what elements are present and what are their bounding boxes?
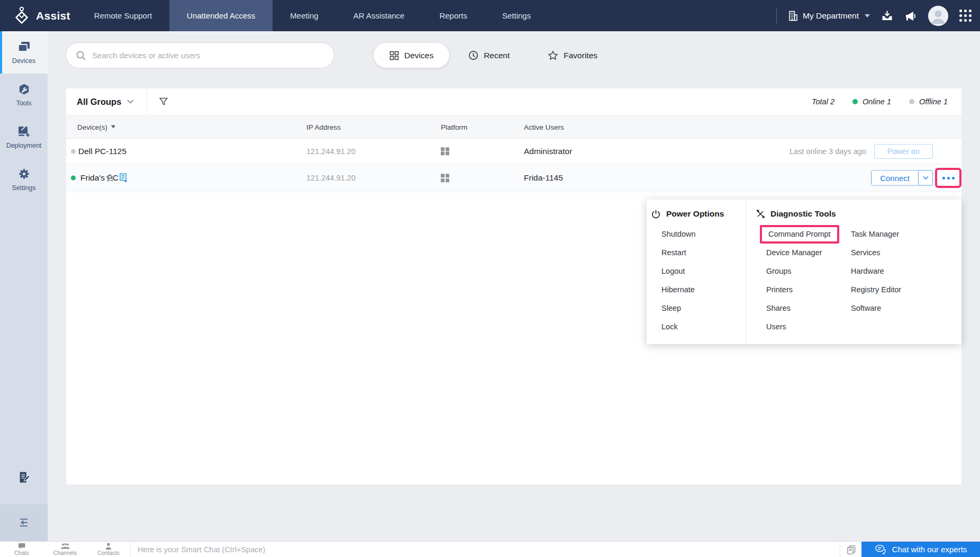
sidebar-item-devices[interactable]: Devices — [0, 31, 48, 74]
online-count: Online 1 — [852, 97, 891, 106]
menu-item-groups[interactable]: Groups — [756, 262, 840, 281]
download-button[interactable] — [881, 10, 893, 22]
menu-item-printers[interactable]: Printers — [756, 281, 840, 299]
contacts-icon — [105, 543, 112, 550]
expert-chat-label: Chat with our experts — [892, 545, 967, 554]
chat-history-button[interactable] — [840, 544, 861, 555]
nav-divider — [776, 8, 777, 24]
top-nav: Assist Remote Support Unattended Access … — [0, 0, 980, 31]
contacts-tab[interactable]: Contacts — [87, 542, 130, 557]
windows-icon — [441, 147, 449, 156]
total-count: Total 2 — [812, 97, 834, 106]
filter-funnel-icon — [159, 97, 168, 106]
device-name[interactable]: Dell PC-1125 — [78, 147, 126, 156]
apps-grid-icon[interactable] — [959, 10, 972, 22]
channels-icon — [60, 543, 70, 550]
connect-button[interactable]: Connect — [872, 171, 918, 185]
menu-item-services[interactable]: Services — [840, 244, 901, 262]
menu-item-hibernate[interactable]: Hibernate — [651, 281, 746, 299]
search-input[interactable] — [92, 51, 324, 60]
connect-button-group: Connect — [871, 170, 933, 186]
device-search — [66, 42, 334, 68]
menu-item-shutdown[interactable]: Shutdown — [651, 225, 746, 244]
notes-edit-icon — [17, 471, 31, 484]
menu-item-software[interactable]: Software — [840, 299, 901, 318]
view-recent[interactable]: Recent — [449, 43, 529, 68]
filter-button[interactable] — [147, 97, 168, 106]
menu-item-task-manager[interactable]: Task Manager — [840, 225, 901, 244]
announcements-button[interactable] — [904, 10, 917, 22]
favorite-star-icon[interactable] — [105, 173, 115, 183]
device-stats: Total 2 Online 1 Offline 1 — [812, 97, 961, 106]
smart-chat-input[interactable] — [131, 542, 840, 557]
menu-item-device-manager[interactable]: Device Manager — [756, 244, 840, 262]
tab-remote-support[interactable]: Remote Support — [77, 0, 169, 31]
chats-label: Chats — [14, 550, 29, 556]
sidebar-item-tools[interactable]: Tools — [0, 74, 48, 116]
department-label: My Department — [803, 11, 859, 21]
table-row[interactable]: Dell PC-1125 121.244.91.20 Administrator… — [66, 139, 961, 164]
organization-icon — [788, 11, 798, 21]
chevron-down-icon — [923, 176, 929, 180]
menu-item-restart[interactable]: Restart — [651, 244, 746, 262]
menu-item-users[interactable]: Users — [756, 318, 840, 336]
chat-with-experts-button[interactable]: Chat with our experts — [861, 542, 980, 557]
power-options-list: Shutdown Restart Logout Hibernate Sleep … — [651, 225, 746, 336]
connect-dropdown-button[interactable] — [918, 171, 932, 185]
menu-item-command-prompt[interactable]: Command Prompt — [756, 225, 840, 244]
device-actions-menu: Power Options Shutdown Restart Logout Hi… — [647, 200, 961, 344]
tab-settings[interactable]: Settings — [485, 0, 548, 31]
channels-tab[interactable]: Channels — [43, 542, 87, 557]
chevron-down-icon — [865, 14, 870, 17]
windows-icon — [441, 174, 449, 182]
chats-icon — [18, 543, 26, 550]
menu-item-shares[interactable]: Shares — [756, 299, 840, 318]
deployment-icon — [17, 125, 31, 138]
power-options-header: Power Options — [651, 207, 746, 221]
menu-item-hardware[interactable]: Hardware — [840, 262, 901, 281]
sidebar: Devices Tools Deployment — [0, 31, 48, 541]
tab-reports[interactable]: Reports — [422, 0, 485, 31]
sidebar-item-label: Deployment — [6, 142, 42, 149]
power-on-button[interactable]: Power on — [874, 144, 933, 159]
header-devices[interactable]: Device(s) — [77, 123, 115, 131]
assist-app: Assist Remote Support Unattended Access … — [0, 0, 980, 557]
diagnostic-column-2: Task Manager Services Hardware Registry … — [840, 225, 901, 336]
offline-dot — [909, 99, 914, 104]
view-favorites[interactable]: Favorites — [529, 43, 616, 68]
view-label: Favorites — [564, 51, 597, 60]
brand[interactable]: Assist — [0, 6, 77, 25]
menu-item-lock[interactable]: Lock — [651, 318, 746, 336]
tools-icon — [17, 83, 31, 96]
header-platform: Platform — [441, 123, 467, 131]
devices-icon — [17, 40, 31, 53]
diagnostic-tools-header: Diagnostic Tools — [756, 207, 961, 221]
sidebar-item-label: Tools — [16, 100, 31, 107]
copy-notes-icon — [846, 544, 856, 555]
sidebar-item-settings[interactable]: Settings — [0, 158, 48, 201]
menu-item-sleep[interactable]: Sleep — [651, 299, 746, 318]
power-options-section: Power Options Shutdown Restart Logout Hi… — [647, 200, 746, 344]
brand-name: Assist — [36, 10, 70, 22]
group-selector[interactable]: All Groups — [66, 88, 147, 115]
chats-tab[interactable]: Chats — [0, 542, 43, 557]
tab-unattended-access[interactable]: Unattended Access — [169, 0, 273, 31]
add-note-icon[interactable] — [119, 173, 128, 183]
menu-item-logout[interactable]: Logout — [651, 262, 746, 281]
more-options-button[interactable] — [935, 168, 961, 188]
user-avatar[interactable] — [928, 6, 948, 26]
clock-icon — [468, 50, 478, 60]
table-header: Device(s) IP Address Platform Active Use… — [66, 115, 961, 139]
menu-item-registry-editor[interactable]: Registry Editor — [840, 281, 901, 299]
offline-count: Offline 1 — [909, 97, 948, 106]
feedback-notes-button[interactable] — [0, 471, 48, 484]
department-selector[interactable]: My Department — [788, 11, 870, 21]
sidebar-item-deployment[interactable]: Deployment — [0, 116, 48, 158]
table-row[interactable]: Frida's PC 121.244.91.20 Frida-1145 Conn… — [66, 164, 961, 192]
view-devices[interactable]: Devices — [374, 43, 449, 68]
collapse-sidebar-button[interactable] — [0, 504, 48, 541]
diagnostic-columns: Command Prompt Device Manager Groups Pri… — [756, 221, 961, 336]
tab-ar-assistance[interactable]: AR Assistance — [336, 0, 422, 31]
contacts-label: Contacts — [97, 550, 119, 556]
tab-meeting[interactable]: Meeting — [273, 0, 335, 31]
